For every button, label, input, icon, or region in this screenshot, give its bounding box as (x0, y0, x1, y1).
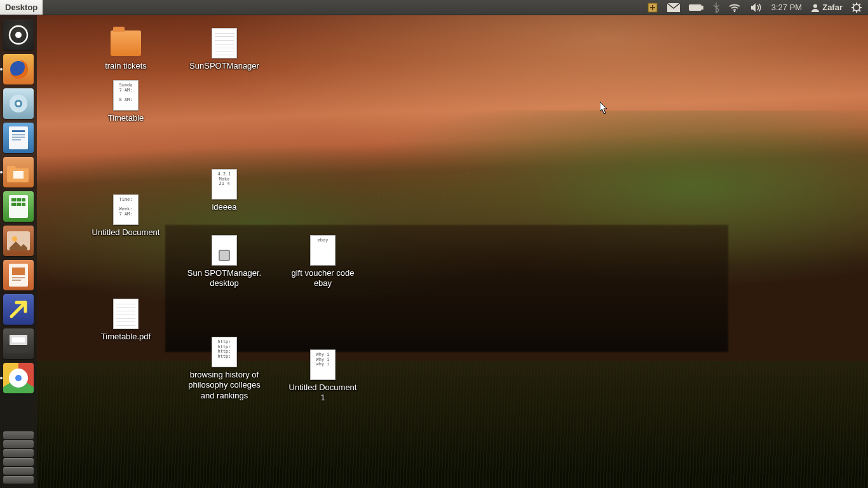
document-icon: 4.2.1 Make 21 4 (209, 169, 240, 200)
desktop-icon-label: browsing history of philosophy colleges … (180, 370, 269, 401)
desktop-icon-label: Untitled Document (81, 227, 170, 238)
svg-rect-25 (12, 139, 21, 140)
svg-rect-37 (12, 268, 25, 275)
bluetooth-icon[interactable] (713, 3, 719, 13)
svg-rect-32 (17, 203, 21, 206)
document-icon: Time: Week: 7 AM: (111, 194, 141, 225)
document-icon: Sunda 7 AM: 8 AM: (111, 80, 141, 111)
user-menu[interactable]: Zafar (811, 3, 843, 12)
launcher-writer[interactable] (3, 123, 34, 153)
desktop-icon-label: train tickets (81, 61, 170, 71)
desktop-icon-label: ideeea (180, 202, 269, 212)
svg-rect-40 (7, 344, 30, 353)
desktop-surface[interactable]: train ticketsSunSPOTManagerSunda 7 AM: 8… (37, 15, 868, 488)
top-panel: Desktop 3:27 PM Zafar (0, 0, 868, 15)
desktop-icon-label: Timetable (81, 113, 170, 123)
document-icon: Why i Why i why i (308, 349, 338, 380)
desktop-icon-label: Timetable.pdf (81, 332, 170, 342)
svg-line-11 (853, 4, 854, 5)
desktop-icon-sunspot-jnlp[interactable]: SunSPOTManager (180, 28, 269, 71)
desktop-icon-timetable[interactable]: Sunda 7 AM: 8 AM:Timetable (81, 80, 170, 123)
desktop-icon-untitled-doc-1[interactable]: Why i Why i why iUntitled Document 1 (278, 349, 367, 403)
mail-icon[interactable] (667, 3, 680, 12)
battery-icon[interactable] (689, 4, 704, 11)
svg-rect-2 (689, 4, 702, 11)
document-icon (209, 28, 240, 58)
folder-icon (111, 28, 141, 58)
svg-rect-31 (11, 203, 16, 206)
desktop-icon-timetable-pdf[interactable]: Timetable.pdf (81, 299, 170, 342)
system-indicators: 3:27 PM Zafar (647, 2, 868, 13)
session-cog-icon[interactable] (851, 3, 862, 13)
desktop-icon-label: gift voucher code ebay (278, 268, 367, 289)
launcher-shotwell[interactable] (3, 226, 34, 256)
svg-rect-39 (12, 280, 21, 281)
launcher-calc[interactable] (3, 191, 34, 222)
svg-rect-22 (12, 130, 25, 132)
desktop-icon-label: SunSPOTManager (180, 61, 269, 71)
desktop-icon-ideeea[interactable]: 4.2.1 Make 21 4ideeea (180, 169, 269, 212)
desktop-icon-label: Untitled Document 1 (278, 383, 367, 403)
launcher-arrow[interactable] (3, 294, 34, 325)
svg-line-14 (853, 10, 854, 11)
desktop-icon-train-tickets[interactable]: train tickets (81, 28, 170, 71)
svg-point-4 (733, 10, 735, 12)
user-icon (811, 3, 820, 12)
svg-rect-29 (17, 198, 21, 201)
document-icon: http: http: http: http: (209, 337, 240, 367)
svg-point-35 (12, 236, 17, 241)
launcher-files[interactable] (3, 157, 34, 187)
launcher-firefox[interactable] (3, 54, 34, 85)
network-wifi-icon[interactable] (728, 3, 741, 13)
svg-point-6 (853, 4, 860, 11)
svg-rect-42 (12, 337, 25, 342)
svg-point-5 (813, 4, 817, 8)
launcher-impress[interactable] (3, 260, 34, 290)
document-icon (111, 299, 141, 329)
svg-rect-28 (11, 198, 16, 201)
svg-point-16 (15, 32, 22, 38)
svg-line-12 (859, 10, 860, 11)
svg-rect-23 (12, 134, 25, 135)
svg-rect-26 (13, 171, 24, 179)
svg-rect-38 (12, 277, 25, 278)
launcher-chromium[interactable] (3, 88, 34, 119)
clock[interactable]: 3:27 PM (771, 3, 802, 12)
document-locked-icon (209, 235, 240, 266)
svg-rect-24 (12, 137, 25, 138)
launcher-chrome[interactable] (3, 363, 34, 393)
svg-rect-3 (702, 6, 703, 10)
svg-rect-30 (22, 198, 25, 201)
launcher-dash[interactable] (3, 20, 34, 50)
active-app-title: Desktop (0, 0, 43, 15)
desktop-icon-gift-voucher[interactable]: ebaygift voucher code ebay (278, 235, 367, 289)
svg-line-13 (859, 4, 860, 5)
launcher-overflow-stack[interactable] (3, 431, 34, 488)
desktop-icon-untitled-doc[interactable]: Time: Week: 7 AM:Untitled Document (81, 194, 170, 238)
svg-rect-33 (22, 203, 25, 206)
update-notifier-icon[interactable] (647, 2, 658, 13)
volume-icon[interactable] (750, 3, 763, 13)
user-name: Zafar (822, 3, 843, 12)
document-icon: ebay (308, 235, 338, 266)
unity-launcher (0, 15, 37, 488)
desktop-icon-sunspot-desktop[interactable]: Sun SPOTManager. desktop (180, 235, 269, 289)
launcher-scanner[interactable] (3, 329, 34, 359)
desktop-icon-browsing-hist[interactable]: http: http: http: http:browsing history … (180, 337, 269, 401)
svg-point-20 (17, 102, 20, 105)
desktop-icon-label: Sun SPOTManager. desktop (180, 268, 269, 289)
